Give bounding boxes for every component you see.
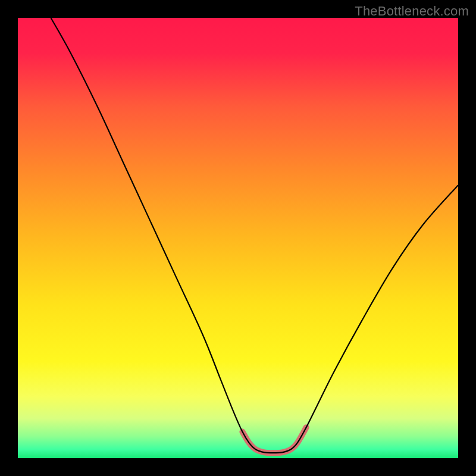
chart-container <box>0 0 476 476</box>
plot-background <box>18 18 458 458</box>
watermark-text: TheBottleneck.com <box>355 4 469 19</box>
bottleneck-chart <box>0 0 476 476</box>
